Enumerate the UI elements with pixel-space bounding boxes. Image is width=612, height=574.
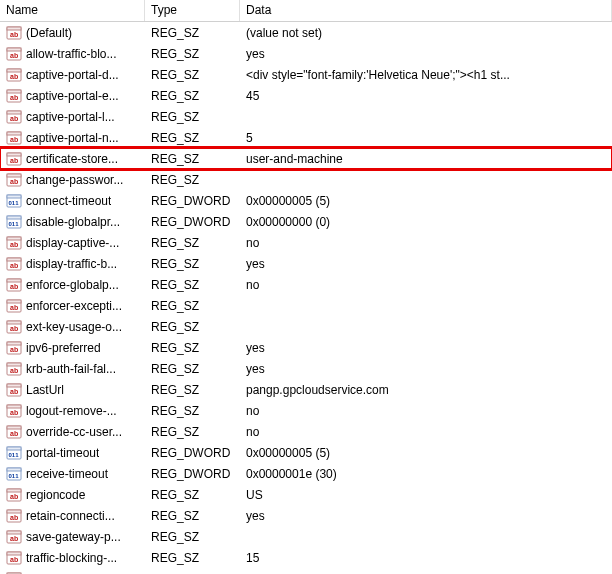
value-name: receive-timeout xyxy=(26,467,108,481)
value-name: retain-connecti... xyxy=(26,509,115,523)
value-name: connect-timeout xyxy=(26,194,111,208)
cell-data: 0x0000001e (30) xyxy=(240,467,612,481)
cell-type: REG_DWORD xyxy=(145,194,240,208)
cell-type: REG_SZ xyxy=(145,425,240,439)
string-icon xyxy=(6,508,22,524)
value-name: logout-remove-... xyxy=(26,404,117,418)
string-icon xyxy=(6,67,22,83)
registry-value-row[interactable]: (Default)REG_SZ(value not set) xyxy=(0,22,612,43)
cell-name: allow-traffic-blo... xyxy=(0,46,145,62)
cell-name: regioncode xyxy=(0,487,145,503)
cell-type: REG_SZ xyxy=(145,110,240,124)
value-name: krb-auth-fail-fal... xyxy=(26,362,116,376)
registry-value-row[interactable]: regioncodeREG_SZUS xyxy=(0,484,612,505)
cell-data: 45 xyxy=(240,89,612,103)
registry-value-row[interactable]: display-captive-...REG_SZno xyxy=(0,232,612,253)
cell-type: REG_SZ xyxy=(145,152,240,166)
cell-name: receive-timeout xyxy=(0,466,145,482)
value-name: allow-traffic-blo... xyxy=(26,47,116,61)
dword-icon xyxy=(6,193,22,209)
cell-type: REG_SZ xyxy=(145,236,240,250)
registry-value-row[interactable]: portal-timeoutREG_DWORD0x00000005 (5) xyxy=(0,442,612,463)
cell-data: no xyxy=(240,278,612,292)
registry-value-row[interactable]: ipv6-preferredREG_SZyes xyxy=(0,337,612,358)
cell-name: traffic-blocking-... xyxy=(0,571,145,575)
registry-value-row[interactable]: traffic-blocking-...REG_SZ<div style="fo… xyxy=(0,568,612,574)
cell-name: portal-timeout xyxy=(0,445,145,461)
string-icon xyxy=(6,277,22,293)
cell-type: REG_DWORD xyxy=(145,446,240,460)
cell-name: retain-connecti... xyxy=(0,508,145,524)
registry-value-row[interactable]: receive-timeoutREG_DWORD0x0000001e (30) xyxy=(0,463,612,484)
value-name: display-traffic-b... xyxy=(26,257,117,271)
registry-value-row[interactable]: krb-auth-fail-fal...REG_SZyes xyxy=(0,358,612,379)
cell-type: REG_SZ xyxy=(145,341,240,355)
registry-value-row[interactable]: LastUrlREG_SZpangp.gpcloudservice.com xyxy=(0,379,612,400)
value-name: traffic-blocking-... xyxy=(26,551,117,565)
cell-name: ipv6-preferred xyxy=(0,340,145,356)
cell-type: REG_SZ xyxy=(145,257,240,271)
cell-name: LastUrl xyxy=(0,382,145,398)
registry-value-row[interactable]: save-gateway-p...REG_SZ xyxy=(0,526,612,547)
cell-data: yes xyxy=(240,362,612,376)
cell-type: REG_DWORD xyxy=(145,215,240,229)
registry-value-row[interactable]: captive-portal-d...REG_SZ<div style="fon… xyxy=(0,64,612,85)
cell-type: REG_SZ xyxy=(145,68,240,82)
cell-type: REG_SZ xyxy=(145,383,240,397)
string-icon xyxy=(6,235,22,251)
registry-value-row[interactable]: retain-connecti...REG_SZyes xyxy=(0,505,612,526)
value-name: enforcer-excepti... xyxy=(26,299,122,313)
value-name: regioncode xyxy=(26,488,85,502)
cell-name: display-traffic-b... xyxy=(0,256,145,272)
registry-values-list: Name Type Data (Default)REG_SZ(value not… xyxy=(0,0,612,574)
string-icon xyxy=(6,46,22,62)
cell-name: enforce-globalp... xyxy=(0,277,145,293)
registry-value-row[interactable]: override-cc-user...REG_SZno xyxy=(0,421,612,442)
registry-value-row[interactable]: captive-portal-n...REG_SZ5 xyxy=(0,127,612,148)
cell-type: REG_DWORD xyxy=(145,467,240,481)
cell-type: REG_SZ xyxy=(145,47,240,61)
registry-value-row[interactable]: connect-timeoutREG_DWORD0x00000005 (5) xyxy=(0,190,612,211)
registry-value-row[interactable]: change-passwor...REG_SZ xyxy=(0,169,612,190)
registry-value-row[interactable]: logout-remove-...REG_SZno xyxy=(0,400,612,421)
registry-value-row[interactable]: captive-portal-l...REG_SZ xyxy=(0,106,612,127)
registry-value-row[interactable]: enforcer-excepti...REG_SZ xyxy=(0,295,612,316)
value-name: override-cc-user... xyxy=(26,425,122,439)
value-name: (Default) xyxy=(26,26,72,40)
registry-value-row[interactable]: disable-globalpr...REG_DWORD0x00000000 (… xyxy=(0,211,612,232)
registry-value-row[interactable]: traffic-blocking-...REG_SZ15 xyxy=(0,547,612,568)
cell-type: REG_SZ xyxy=(145,89,240,103)
string-icon xyxy=(6,403,22,419)
column-header-name[interactable]: Name xyxy=(0,0,145,21)
value-name: save-gateway-p... xyxy=(26,530,121,544)
registry-value-row[interactable]: enforce-globalp...REG_SZno xyxy=(0,274,612,295)
string-icon xyxy=(6,109,22,125)
cell-data: 0x00000000 (0) xyxy=(240,215,612,229)
string-icon xyxy=(6,487,22,503)
cell-name: captive-portal-n... xyxy=(0,130,145,146)
value-name: ext-key-usage-o... xyxy=(26,320,122,334)
value-name: certificate-store... xyxy=(26,152,118,166)
registry-value-row[interactable]: certificate-store...REG_SZuser-and-machi… xyxy=(0,148,612,169)
column-header-row: Name Type Data xyxy=(0,0,612,22)
registry-value-row[interactable]: display-traffic-b...REG_SZyes xyxy=(0,253,612,274)
cell-type: REG_SZ xyxy=(145,26,240,40)
registry-value-row[interactable]: ext-key-usage-o...REG_SZ xyxy=(0,316,612,337)
dword-icon xyxy=(6,466,22,482)
cell-type: REG_SZ xyxy=(145,278,240,292)
string-icon xyxy=(6,172,22,188)
string-icon xyxy=(6,256,22,272)
value-name: portal-timeout xyxy=(26,446,99,460)
column-header-type[interactable]: Type xyxy=(145,0,240,21)
cell-name: enforcer-excepti... xyxy=(0,298,145,314)
cell-name: certificate-store... xyxy=(0,151,145,167)
cell-data: yes xyxy=(240,341,612,355)
registry-value-row[interactable]: captive-portal-e...REG_SZ45 xyxy=(0,85,612,106)
registry-value-row[interactable]: allow-traffic-blo...REG_SZyes xyxy=(0,43,612,64)
string-icon xyxy=(6,130,22,146)
value-name: ipv6-preferred xyxy=(26,341,101,355)
column-header-data[interactable]: Data xyxy=(240,0,612,21)
value-name: captive-portal-e... xyxy=(26,89,119,103)
string-icon xyxy=(6,298,22,314)
string-icon xyxy=(6,550,22,566)
